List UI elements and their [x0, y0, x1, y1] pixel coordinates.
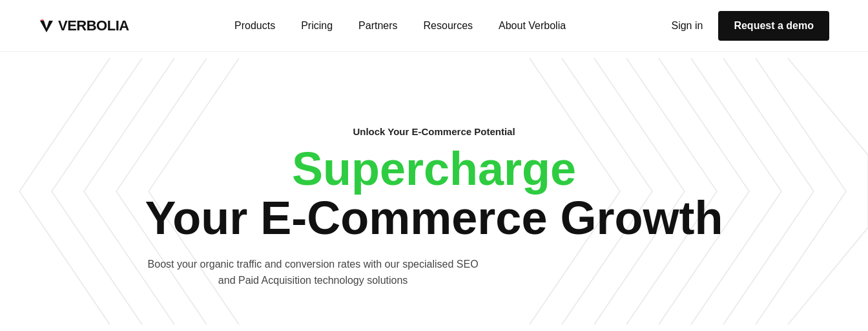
nav-link-about[interactable]: About Verbolia — [499, 20, 566, 31]
hero-subtitle: Unlock Your E-Commerce Potential — [145, 126, 723, 137]
hero-description: Boost your organic traffic and conversio… — [145, 256, 481, 289]
svg-marker-0 — [40, 21, 53, 32]
nav-item-pricing[interactable]: Pricing — [301, 20, 333, 32]
svg-marker-1 — [40, 19, 44, 21]
hero-title-green: Supercharge — [145, 145, 723, 194]
navbar: VERBOLIA Products Pricing Partners Resou… — [0, 0, 868, 52]
nav-link-resources[interactable]: Resources — [424, 20, 473, 31]
nav-item-about[interactable]: About Verbolia — [499, 20, 566, 32]
nav-item-resources[interactable]: Resources — [424, 20, 473, 32]
nav-item-products[interactable]: Products — [234, 20, 275, 32]
hero-content: Unlock Your E-Commerce Potential Superch… — [145, 126, 723, 288]
nav-links: Products Pricing Partners Resources Abou… — [234, 20, 566, 32]
sign-in-link[interactable]: Sign in — [671, 20, 703, 32]
nav-link-products[interactable]: Products — [234, 20, 275, 31]
verbolia-logo-icon — [39, 18, 54, 34]
nav-item-partners[interactable]: Partners — [358, 20, 397, 32]
logo[interactable]: VERBOLIA — [39, 17, 129, 34]
nav-link-pricing[interactable]: Pricing — [301, 20, 333, 31]
request-demo-button[interactable]: Request a demo — [718, 11, 829, 41]
hero-section: Unlock Your E-Commerce Potential Superch… — [0, 52, 868, 331]
hero-title-black: Your E-Commerce Growth — [145, 194, 723, 243]
nav-link-partners[interactable]: Partners — [358, 20, 397, 31]
nav-right: Sign in Request a demo — [671, 11, 829, 41]
brand-name: VERBOLIA — [58, 17, 129, 34]
